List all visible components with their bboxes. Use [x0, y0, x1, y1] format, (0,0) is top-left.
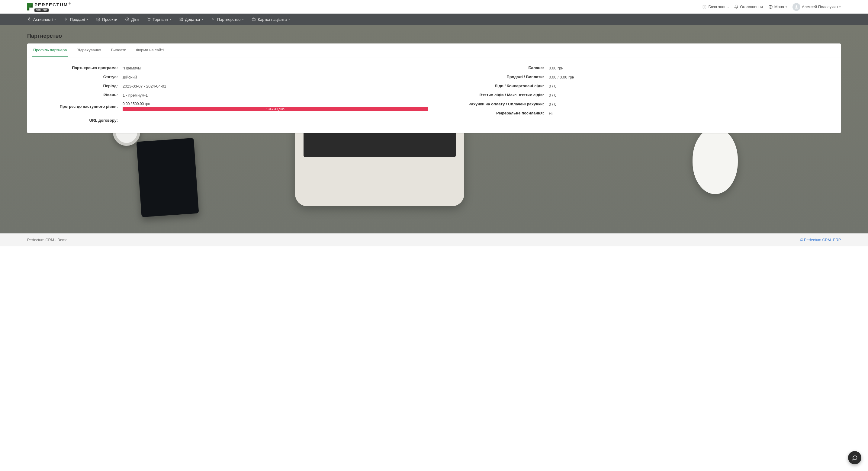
label-sales: Продажі / Виплати:: [440, 74, 549, 79]
tab-0[interactable]: Профіль партнера: [32, 43, 68, 57]
label-progress: Прогрес до наступного рівня:: [32, 104, 123, 109]
chevron-down-icon: ▾: [785, 5, 787, 8]
chevron-down-icon: ▾: [87, 18, 88, 21]
briefcase-icon: [252, 17, 256, 22]
chevron-down-icon: ▾: [288, 18, 290, 21]
logo-subtext: CRM+ERP: [34, 8, 49, 12]
nav-item-label: Продажі: [70, 17, 85, 22]
progress-amount: 0.00 / 500.00 грн: [123, 102, 428, 106]
footer: Perfectum CRM - Demo © Perfectum CRM+ERP: [0, 233, 868, 246]
chevron-down-icon: ▾: [170, 18, 171, 21]
logo-mark-icon: [27, 3, 33, 10]
user-menu[interactable]: Алексей Полосухин ▾: [793, 3, 841, 11]
logo-text: PERFECTUM: [34, 2, 68, 7]
row-leads: Ліди / Конвертовані ліди: 0 / 0: [440, 82, 836, 91]
announcements-link[interactable]: Оголошення: [734, 4, 763, 9]
handshake-icon: [211, 17, 215, 22]
nav-item-label: Активності: [33, 17, 53, 22]
globe-icon: [768, 4, 773, 9]
tabs: Профіль партнераВідрахуванняВиплатиФорма…: [27, 43, 841, 57]
announcements-label: Оголошення: [740, 4, 763, 9]
row-invoices: Рахунки на оплату / Сплачені рахунки: 0 …: [440, 100, 836, 109]
chevron-down-icon: ▾: [54, 18, 56, 21]
layers-icon: [96, 17, 100, 22]
nav-item-0[interactable]: Активності▾: [27, 17, 56, 22]
footer-left: Perfectum CRM - Demo: [27, 238, 67, 242]
svg-rect-7: [180, 20, 181, 21]
chevron-down-icon: ▾: [242, 18, 244, 21]
value-period: 2023-03-07 - 2024-04-01: [123, 84, 428, 89]
nav-item-7[interactable]: Картка пацієнта▾: [252, 17, 290, 22]
value-ref: Ні: [549, 111, 836, 116]
label-url: URL договору:: [32, 118, 123, 123]
cart-icon: [147, 17, 151, 22]
value-balance: 0.00 грн: [549, 65, 836, 70]
row-progress: Прогрес до наступного рівня: 0.00 / 500.…: [32, 100, 428, 113]
tab-2[interactable]: Виплати: [110, 43, 127, 57]
value-leads: 0 / 0: [549, 84, 836, 89]
bg-decor: [136, 138, 199, 217]
topbar: PERFECTUM® CRM+ERP База знань Оголошення…: [0, 0, 868, 13]
svg-point-1: [796, 5, 797, 7]
row-period: Період: 2023-03-07 - 2024-04-01: [32, 82, 428, 91]
value-sales: 0.00 / 0.00 грн: [549, 74, 836, 80]
tab-3[interactable]: Форма на сайті: [135, 43, 165, 57]
value-level: 1 - премиум-1: [123, 93, 428, 97]
row-balance: Баланс: 0.00 грн: [440, 63, 836, 72]
label-status: Статус:: [32, 74, 123, 79]
row-program: Партнерська програма: "Премиум": [32, 63, 428, 72]
progress-bar: 134 / 30 днів: [123, 107, 428, 111]
language-switcher[interactable]: Мова ▾: [768, 4, 787, 9]
nav-item-label: Торгівля: [153, 17, 167, 22]
nav-item-label: Діти: [131, 17, 138, 22]
tab-1[interactable]: Відрахування: [75, 43, 102, 57]
row-level: Рівень: 1 - премиум-1: [32, 91, 428, 100]
svg-rect-5: [180, 18, 181, 19]
dollar-icon: [64, 17, 68, 22]
label-leads: Ліди / Конвертовані ліди:: [440, 84, 549, 88]
logo[interactable]: PERFECTUM® CRM+ERP: [27, 2, 71, 12]
nav-item-5[interactable]: Додатки▾: [179, 17, 203, 22]
main-nav: Активності▾Продажі▾ПроектиДітиТоргівля▾Д…: [0, 13, 868, 25]
nav-item-2[interactable]: Проекти: [96, 17, 117, 22]
row-status: Статус: Дійсний: [32, 72, 428, 82]
value-invoices: 0 / 0: [549, 102, 836, 106]
label-ref: Реферальне посилання:: [440, 111, 549, 115]
value-url: [123, 118, 428, 118]
avatar: [793, 3, 800, 11]
label-program: Партнерська програма:: [32, 65, 123, 70]
nav-item-label: Додатки: [185, 17, 200, 22]
bg-decor: [692, 128, 738, 194]
language-label: Мова: [774, 4, 784, 9]
row-sales: Продажі / Виплати: 0.00 / 0.00 грн: [440, 72, 836, 82]
nav-item-3[interactable]: Діти: [125, 17, 138, 22]
row-ref: Реферальне посилання: Ні: [440, 109, 836, 118]
label-level: Рівень:: [32, 93, 123, 97]
bolt-icon: [27, 17, 31, 22]
nav-item-1[interactable]: Продажі▾: [64, 17, 88, 22]
bell-icon: [734, 4, 738, 9]
nav-item-label: Картка пацієнта: [258, 17, 287, 22]
value-program: "Премиум": [123, 65, 428, 70]
profile-grid: Партнерська програма: "Премиум" Статус: …: [27, 57, 841, 125]
footer-right-link[interactable]: © Perfectum CRM+ERP: [800, 238, 841, 242]
nav-item-6[interactable]: Партнерство▾: [211, 17, 244, 22]
book-icon: [702, 4, 707, 9]
partner-card: Профіль партнераВідрахуванняВиплатиФорма…: [27, 43, 841, 133]
profile-right-column: Баланс: 0.00 грн Продажі / Виплати: 0.00…: [440, 63, 836, 125]
chevron-down-icon: ▾: [839, 5, 841, 8]
clock-icon: [125, 17, 129, 22]
knowledge-base-link[interactable]: База знань: [702, 4, 728, 9]
page-background: Партнерство Профіль партнераВідрахування…: [0, 25, 868, 233]
nav-item-4[interactable]: Торгівля▾: [147, 17, 171, 22]
label-invoices: Рахунки на оплату / Сплачені рахунки:: [440, 102, 549, 106]
user-name: Алексей Полосухин: [802, 4, 838, 9]
topbar-right: База знань Оголошення Мова ▾ Алексей Пол…: [702, 3, 841, 11]
label-taken: Взятих лідів / Макс. взятих лідів:: [440, 93, 549, 97]
svg-rect-9: [252, 19, 255, 21]
svg-rect-6: [182, 18, 183, 19]
registered-mark: ®: [68, 2, 71, 5]
nav-item-label: Проекти: [102, 17, 117, 22]
row-url: URL договору:: [32, 113, 428, 125]
value-taken: 0 / 0: [549, 93, 836, 97]
